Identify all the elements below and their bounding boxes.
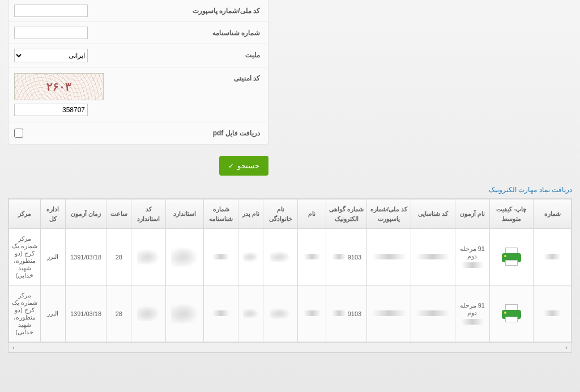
th-hour: ساعت: [106, 199, 131, 229]
blurred-value: [171, 246, 198, 267]
scroll-right-icon[interactable]: ›: [562, 344, 570, 352]
th-standard-code: کد استاندارد: [131, 199, 166, 229]
blurred-value: [461, 319, 484, 325]
cell-standard: [166, 286, 204, 342]
cell-id-code: [411, 286, 455, 342]
blurred-value: [416, 254, 450, 259]
cell-cert-number: 9103: [326, 229, 367, 286]
blurred-value: [372, 310, 406, 316]
label-captcha: کد امنیتی: [163, 67, 268, 122]
search-form: کد ملی/شماره پاسپورت شماره شناسنامه ملیت…: [8, 0, 268, 144]
blurred-value: [372, 254, 406, 259]
cell-exam-date: 1391/03/18: [65, 286, 106, 342]
blurred-value: [137, 305, 160, 321]
th-id-code: کد شناسایی: [411, 199, 455, 229]
th-name: نام: [298, 199, 326, 229]
cell-standard-code: [131, 229, 166, 286]
printer-icon[interactable]: [500, 303, 523, 323]
captcha-image: ۲۶۰۳: [14, 73, 104, 100]
th-family: نام خانوادگی: [263, 199, 298, 229]
cell-standard-code: [131, 286, 166, 342]
pdf-checkbox[interactable]: [14, 129, 23, 138]
cell-exam-date: 1391/03/18: [65, 229, 106, 286]
row-national-id: کد ملی/شماره پاسپورت: [8, 0, 268, 22]
cell-number: [534, 229, 572, 286]
printer-icon[interactable]: [500, 246, 523, 267]
label-nationality: ملیت: [163, 44, 268, 67]
th-center: مرکز: [9, 199, 41, 229]
cell-exam-name: 91 مرحله دوم: [455, 229, 489, 286]
cell-center: مرکز شماره یک کرج (دو منظوره، شهید خدایی…: [9, 286, 41, 342]
th-father: نام پدر: [238, 199, 263, 229]
link-row: دریافت نماد مهارت الکترونیک: [8, 181, 572, 198]
cell-father: [238, 286, 263, 342]
cell-family: [263, 286, 298, 342]
table-row: 91 مرحله دوم9103 281391/03/18البرزمرکز ش…: [9, 229, 572, 286]
cell-office: البرز: [40, 286, 65, 342]
cell-standard: [166, 229, 204, 286]
search-button-label: جستجو: [237, 161, 259, 170]
th-print: چاپ- کیفیت متوسط: [489, 199, 534, 229]
captcha-display: ۲۶۰۳: [15, 74, 103, 100]
th-cert-number: شماره گواهی الکترونیک: [326, 199, 367, 229]
th-standard: استاندارد: [166, 199, 204, 229]
label-birth-cert: شماره شناسنامه: [163, 22, 268, 44]
national-id-input[interactable]: [14, 5, 88, 17]
blurred-value: [270, 251, 291, 262]
table-row: 91 مرحله دوم9103 281391/03/18البرزمرکز ش…: [9, 286, 572, 342]
cell-name: [298, 286, 326, 342]
cell-center: مرکز شماره یک کرج (دو منظوره، شهید خدایی…: [9, 229, 41, 286]
cell-cert-number: 9103: [326, 286, 367, 342]
blurred-value: [332, 254, 346, 259]
cell-print: [489, 229, 534, 286]
row-captcha: کد امنیتی ۲۶۰۳: [8, 67, 268, 122]
th-exam-date: زمان آزمون: [65, 199, 106, 229]
blurred-value: [544, 310, 561, 316]
row-nationality: ملیت ایرانی: [8, 44, 268, 67]
scroll-left-icon[interactable]: ‹: [10, 344, 18, 352]
blurred-value: [243, 252, 259, 262]
cell-print: [489, 286, 534, 342]
blurred-value: [243, 308, 259, 318]
row-birth-cert: شماره شناسنامه: [8, 22, 268, 44]
cell-family: [263, 229, 298, 286]
blurred-value: [304, 254, 321, 259]
cell-birth-cert: [204, 286, 238, 342]
blurred-value: [212, 254, 229, 259]
cell-name: [298, 229, 326, 286]
th-office: اداره کل: [40, 199, 65, 229]
cell-hour: 28: [106, 286, 131, 342]
blurred-value: [137, 249, 160, 265]
th-national-id: کد ملی/شماره پاسپورت: [367, 199, 411, 229]
cell-id-code: [411, 229, 455, 286]
electronic-skill-link[interactable]: دریافت نماد مهارت الکترونیک: [489, 186, 572, 194]
cell-hour: 28: [106, 229, 131, 286]
cell-national-id: [367, 229, 411, 286]
horizontal-scrollbar[interactable]: ‹ ›: [8, 343, 572, 353]
row-pdf: دریافت فایل pdf: [8, 122, 268, 144]
cell-exam-name: 91 مرحله دوم: [455, 286, 489, 342]
th-number: شماره: [534, 199, 572, 229]
label-national-id: کد ملی/شماره پاسپورت: [163, 0, 268, 22]
blurred-value: [270, 308, 291, 319]
birth-cert-input[interactable]: [14, 27, 88, 39]
results-table: شماره چاپ- کیفیت متوسط نام آزمون کد شناس…: [8, 199, 572, 342]
cell-number: [534, 286, 572, 342]
cell-birth-cert: [204, 229, 238, 286]
blurred-value: [416, 310, 450, 316]
blurred-value: [461, 262, 484, 268]
results-table-wrap: شماره چاپ- کیفیت متوسط نام آزمون کد شناس…: [8, 198, 572, 343]
action-row: جستجو: [8, 144, 268, 181]
th-exam-name: نام آزمون: [455, 199, 489, 229]
search-button[interactable]: جستجو: [219, 156, 268, 176]
blurred-value: [212, 310, 229, 316]
th-birth-cert: شماره شناسنامه: [204, 199, 238, 229]
cell-national-id: [367, 286, 411, 342]
blurred-value: [304, 310, 321, 316]
captcha-input[interactable]: [14, 104, 88, 116]
blurred-value: [171, 303, 198, 323]
cell-father: [238, 229, 263, 286]
nationality-select[interactable]: ایرانی: [14, 49, 88, 62]
blurred-value: [544, 254, 561, 259]
label-pdf: دریافت فایل pdf: [163, 122, 268, 144]
